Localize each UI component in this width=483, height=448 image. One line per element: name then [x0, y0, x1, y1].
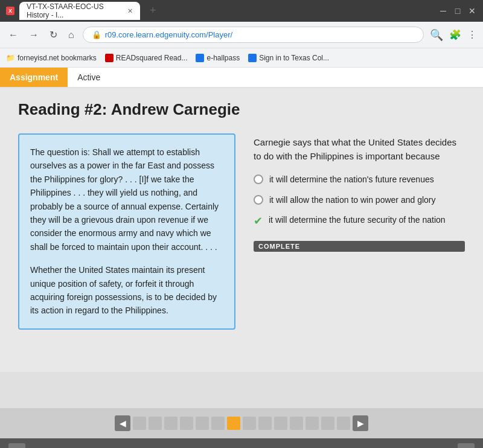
answer-area: Carnegie says that what the United State… — [254, 133, 465, 252]
ehallpass-icon — [196, 54, 204, 62]
texas-col-icon — [248, 54, 257, 62]
tab-close-icon[interactable]: ✕ — [127, 7, 133, 15]
option-c-text: it will determine the future security of… — [269, 214, 446, 226]
passage-paragraph-2: Whether the United States maintain its p… — [30, 263, 223, 318]
assignment-label: Assignment — [10, 72, 58, 82]
bookmark-label: e-hallpass — [206, 54, 240, 62]
page-dot-5[interactable] — [196, 417, 209, 430]
answer-option-a[interactable]: it will determine the nation's future re… — [254, 174, 465, 186]
reload-button[interactable]: ↻ — [47, 27, 60, 43]
forward-button[interactable]: → — [27, 27, 41, 43]
readsquared-icon — [105, 54, 114, 62]
active-label: Active — [77, 72, 100, 82]
answer-option-b[interactable]: it will allow the nation to win power an… — [254, 194, 465, 206]
page-dot-6[interactable] — [211, 417, 225, 430]
main-content: Reading #2: Andrew Carnegie The question… — [0, 88, 483, 372]
window-controls: ─ □ ✕ — [438, 6, 477, 16]
address-bar: ← → ↻ ⌂ 🔒 r09.core.learn.edgenuity.com/P… — [0, 22, 483, 48]
url-text: r09.core.learn.edgenuity.com/Player/ — [105, 30, 232, 39]
next-activity-arrow[interactable]: ▶ — [458, 443, 475, 448]
page-dot-2[interactable] — [149, 417, 162, 430]
google-icon: 🔍 — [430, 28, 443, 42]
tab-favicon: X — [6, 7, 14, 15]
bookmark-ehallpass[interactable]: e-hallpass — [196, 54, 240, 62]
close-icon[interactable]: ✕ — [467, 6, 477, 16]
lock-icon: 🔒 — [92, 30, 101, 39]
answer-option-c[interactable]: ✔ it will determine the future security … — [254, 214, 465, 229]
pagination-bar: ◀ ▶ — [0, 408, 483, 438]
passage-box: The question is: Shall we attempt to est… — [18, 133, 235, 330]
restore-icon[interactable]: □ — [453, 6, 462, 16]
bookmark-label: Sign in to Texas Col... — [259, 54, 329, 62]
page-dot-9[interactable] — [258, 417, 272, 430]
url-box[interactable]: 🔒 r09.core.learn.edgenuity.com/Player/ — [83, 27, 424, 43]
page-title: Reading #2: Andrew Carnegie — [18, 100, 465, 119]
answer-options: it will determine the nation's future re… — [254, 174, 465, 229]
back-button[interactable]: ← — [6, 27, 21, 43]
radio-button-a[interactable] — [254, 174, 263, 184]
bookmark-texas-col[interactable]: Sign in to Texas Col... — [248, 54, 329, 62]
page-dot-1[interactable] — [133, 417, 146, 430]
tab-title: VT-TX-STAAR-EOC-US History - I... — [27, 2, 123, 19]
question-text: Carnegie says that what the United State… — [254, 136, 465, 163]
home-button[interactable]: ⌂ — [66, 27, 77, 43]
next-nav-group: Next Activity ▶ — [407, 443, 475, 448]
bookmark-forneyisd[interactable]: 📁 forneyisd.net bookmarks — [6, 54, 97, 62]
checkmark-icon: ✔ — [254, 214, 263, 229]
page-dot-3[interactable] — [164, 417, 178, 430]
question-area: The question is: Shall we attempt to est… — [18, 133, 465, 330]
page-dot-11[interactable] — [290, 417, 303, 430]
folder-icon: 📁 — [6, 54, 15, 62]
page-dot-4[interactable] — [180, 417, 193, 430]
title-bar: X VT-TX-STAAR-EOC-US History - I... ✕ + … — [0, 0, 483, 22]
page-dot-13[interactable] — [321, 417, 334, 430]
app-nav: Assignment Active — [0, 68, 483, 88]
page-dot-7[interactable] — [227, 417, 240, 430]
page-dot-12[interactable] — [305, 417, 319, 430]
page-dot-10[interactable] — [274, 417, 287, 430]
bookmark-label: READsquared Read... — [116, 54, 188, 62]
prev-activity-arrow[interactable]: ◀ — [8, 443, 25, 448]
bookmarks-bar: 📁 forneyisd.net bookmarks READsquared Re… — [0, 48, 483, 68]
page-dot-8[interactable] — [243, 417, 256, 430]
radio-button-b[interactable] — [254, 195, 263, 205]
menu-icon[interactable]: ⋮ — [467, 29, 477, 40]
bookmark-label: forneyisd.net bookmarks — [18, 54, 97, 62]
option-b-text: it will allow the nation to win power an… — [269, 194, 435, 206]
extensions-icon: 🧩 — [449, 29, 461, 40]
pagination-prev-button[interactable]: ◀ — [115, 415, 130, 431]
prev-nav-group: ◀ Previous Activity — [8, 443, 92, 448]
complete-badge: COMPLETE — [254, 241, 465, 252]
browser-tab[interactable]: VT-TX-STAAR-EOC-US History - I... ✕ — [19, 2, 140, 20]
page-dot-14[interactable] — [337, 417, 350, 430]
passage-paragraph-1: The question is: Shall we attempt to est… — [30, 146, 223, 254]
nav-assignment[interactable]: Assignment — [0, 68, 68, 87]
nav-active[interactable]: Active — [68, 68, 110, 87]
minimize-icon[interactable]: ─ — [438, 6, 448, 16]
pagination-next-button[interactable]: ▶ — [353, 415, 368, 431]
option-a-text: it will determine the nation's future re… — [269, 174, 434, 186]
bottom-nav: ◀ Previous Activity Next Activity ▶ — [0, 438, 483, 448]
new-tab-button[interactable]: + — [145, 2, 161, 19]
spacer — [0, 372, 483, 408]
bookmark-readsquared[interactable]: READsquared Read... — [105, 54, 188, 62]
